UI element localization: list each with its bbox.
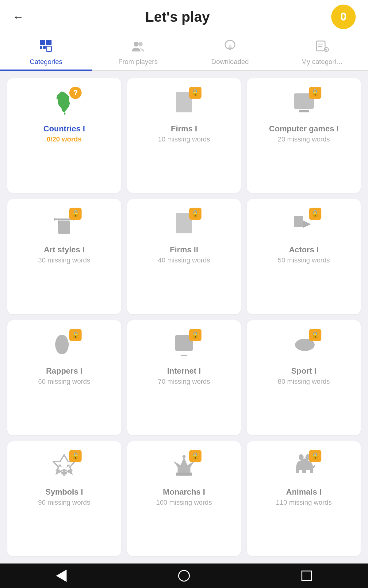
tab-from-players-label: From players [118, 58, 158, 66]
card-icon-area-monarchs: 🔒 [167, 449, 201, 482]
back-button[interactable]: ← [12, 10, 24, 24]
card-monarchs-1[interactable]: 🔒 Monarchs I 100 missing words [127, 441, 241, 556]
svg-point-5 [134, 42, 139, 47]
card-firms-2[interactable]: 🔒 Firms II 40 missing words [127, 199, 241, 314]
card-name-art-styles-1: Art styles I [44, 245, 85, 254]
card-name-internet-1: Internet I [167, 366, 201, 376]
tab-my-categories-label: My categori… [301, 58, 343, 66]
lock-badge-sport: 🔒 [309, 329, 321, 341]
card-icon-area-firms2: 🔒 [167, 206, 201, 240]
card-name-animals-1: Animals I [286, 487, 322, 497]
lock-badge-firms2: 🔒 [189, 208, 201, 220]
card-name-monarchs-1: Monarchs I [163, 487, 205, 497]
card-words-firms-1: 10 missing words [158, 135, 210, 143]
svg-rect-21 [58, 221, 70, 234]
nav-back-button[interactable] [54, 568, 69, 583]
lock-badge-rappers: 🔒 [69, 329, 82, 341]
card-words-actors-1: 50 missing words [278, 256, 330, 264]
lock-badge-compgames: 🔒 [309, 87, 321, 99]
card-icon-area-compgames: 🔒 [287, 85, 321, 119]
card-name-actors-1: Actors I [289, 245, 319, 254]
card-icon-area-firms1: 🔒 [167, 85, 201, 119]
page-title: Let's play [145, 9, 210, 25]
question-badge: ? [69, 87, 82, 99]
card-rappers-1[interactable]: 🔒 Rappers I 60 missing words [7, 320, 121, 435]
card-words-symbols-1: 90 missing words [38, 499, 90, 507]
players-icon [131, 39, 145, 55]
card-icon-area-internet: 🔒 [167, 328, 201, 361]
card-symbols-1[interactable]: 🔒 Symbols I 90 missing words [7, 441, 121, 556]
score-badge: 0 [331, 5, 356, 29]
lock-badge-artstyles: 🔒 [69, 208, 82, 220]
card-icon-area-rappers: 🔒 [47, 328, 81, 361]
card-icon-area-countries: ? [47, 85, 81, 119]
back-triangle-icon [56, 570, 67, 582]
svg-rect-17 [299, 110, 309, 112]
grid-icon [39, 39, 53, 55]
card-animals-1[interactable]: 🔒 Animals I 110 missing words [247, 441, 361, 556]
svg-rect-25 [176, 473, 192, 476]
svg-point-6 [138, 42, 143, 46]
card-words-countries-1: 0/20 words [47, 135, 82, 143]
tab-downloaded-label: Downloaded [211, 58, 249, 66]
card-name-firms-1: Firms I [171, 124, 197, 134]
card-icon-area-actors: 🔒 [287, 206, 321, 240]
lock-badge-animals: 🔒 [309, 450, 321, 462]
card-countries-1[interactable]: ? Countries I 0/20 words [7, 78, 121, 193]
card-computer-games-1[interactable]: 🔒 Computer games I 20 missing words [247, 78, 361, 193]
lock-badge-internet: 🔒 [189, 329, 201, 341]
card-words-art-styles-1: 30 missing words [38, 256, 90, 264]
svg-point-26 [182, 455, 186, 458]
card-name-countries-1: Countries I [43, 124, 85, 134]
nav-recent-button[interactable] [299, 568, 314, 583]
card-words-internet-1: 70 missing words [158, 378, 210, 386]
my-categories-icon [315, 39, 329, 55]
download-icon [223, 39, 237, 55]
card-name-symbols-1: Symbols I [45, 487, 83, 497]
home-circle-icon [178, 570, 190, 582]
svg-rect-0 [40, 40, 45, 45]
svg-rect-2 [40, 46, 42, 49]
svg-rect-3 [43, 46, 46, 49]
tab-categories-label: Categories [30, 58, 62, 66]
app-header: ← Let's play 0 [0, 0, 368, 34]
tab-from-players[interactable]: From players [92, 34, 184, 70]
card-actors-1[interactable]: 🔒 Actors I 50 missing words [247, 199, 361, 314]
card-words-rappers-1: 60 missing words [38, 378, 90, 386]
nav-home-button[interactable] [176, 568, 192, 583]
card-sport-1[interactable]: 🔒 Sport I 80 missing words [247, 320, 361, 435]
bottom-navigation [0, 564, 368, 588]
card-firms-1[interactable]: 🔒 Firms I 10 missing words [127, 78, 241, 193]
card-art-styles-1[interactable]: 🔒 Art styles I 30 missing words [7, 199, 121, 314]
tab-categories[interactable]: Categories [0, 34, 92, 70]
card-name-sport-1: Sport I [291, 366, 316, 376]
svg-rect-1 [46, 40, 52, 45]
card-name-firms-2: Firms II [170, 245, 198, 254]
lock-badge-monarchs: 🔒 [189, 450, 201, 462]
card-words-animals-1: 110 missing words [276, 499, 332, 507]
tab-my-categories[interactable]: My categori… [276, 34, 368, 70]
card-words-sport-1: 80 missing words [278, 378, 330, 386]
lock-badge-firms1: 🔒 [189, 87, 201, 99]
card-name-computer-games-1: Computer games I [269, 124, 339, 134]
card-icon-area-artstyles: 🔒 [47, 206, 81, 240]
svg-rect-4 [46, 46, 52, 51]
lock-badge-symbols: 🔒 [69, 450, 82, 462]
card-words-monarchs-1: 100 missing words [156, 499, 212, 507]
card-icon-area-symbols: 🔒 [47, 449, 81, 482]
card-internet-1[interactable]: 🔒 Internet I 70 missing words [127, 320, 241, 435]
tab-bar: Categories From players Downloaded [0, 34, 368, 71]
card-words-computer-games-1: 20 missing words [278, 135, 330, 143]
lock-badge-actors: 🔒 [309, 208, 321, 220]
card-icon-area-animals: 🔒 [287, 449, 321, 482]
card-icon-area-sport: 🔒 [287, 328, 321, 361]
tab-downloaded[interactable]: Downloaded [184, 34, 276, 70]
card-name-rappers-1: Rappers I [46, 366, 82, 376]
svg-point-27 [299, 454, 304, 460]
card-words-firms-2: 40 missing words [158, 256, 210, 264]
svg-point-23 [55, 335, 69, 354]
recent-square-icon [301, 571, 312, 581]
categories-grid: ? Countries I 0/20 words 🔒 Firms I 10 mi… [0, 71, 368, 564]
